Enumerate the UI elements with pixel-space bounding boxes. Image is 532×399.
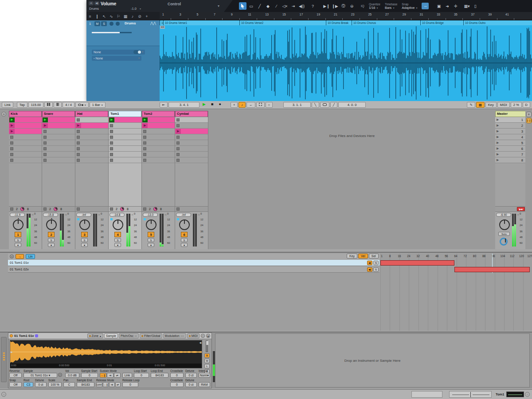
loop-length-field[interactable]: 4. 0. 0	[338, 102, 366, 108]
timebase-dropdown[interactable]: Timebase Bars▾	[385, 3, 397, 10]
follow-button[interactable]: ⇤	[160, 102, 168, 108]
automation-a-icon[interactable]: A	[89, 1, 94, 5]
clip-slot[interactable]	[42, 157, 75, 163]
param-value[interactable]: 84183	[151, 373, 168, 378]
split-icon[interactable]: ⊖	[348, 2, 356, 10]
scene-play-icon[interactable]: ▶	[497, 141, 499, 145]
clip-slot[interactable]: ▶	[9, 117, 42, 123]
cue-volume-knob[interactable]	[500, 238, 508, 246]
track-stop-button[interactable]	[43, 207, 47, 211]
track-title-cymbal[interactable]: Cymbal	[175, 111, 208, 117]
clip-stop-icon[interactable]	[143, 141, 146, 145]
clip-stop-icon[interactable]	[10, 141, 13, 145]
back-to-arrangement-button[interactable]: ▶■	[517, 207, 525, 211]
solo-button[interactable]: S	[181, 238, 188, 242]
save-preset-icon[interactable]: ▣	[206, 334, 210, 338]
clip-stop-icon[interactable]	[143, 147, 146, 150]
track-stop-button[interactable]	[77, 207, 80, 211]
flag-icon[interactable]: ⚐	[115, 14, 122, 19]
volume-readout[interactable]: -Inf	[176, 213, 191, 217]
clip-slot[interactable]: ▶	[109, 117, 141, 123]
param-value[interactable]: Norm▾	[199, 373, 210, 378]
clip-slot[interactable]: ▶	[9, 123, 42, 129]
clip-stop-icon[interactable]	[77, 118, 80, 121]
clip-slot[interactable]	[75, 140, 108, 146]
metronome-button[interactable]: ▾	[75, 102, 89, 108]
arm-button[interactable]: ●	[48, 243, 55, 247]
track-activator-button[interactable]: 4	[114, 232, 121, 237]
clip-stop-icon[interactable]	[143, 153, 146, 156]
crosshair-icon[interactable]: ✛	[452, 2, 459, 10]
loop-button[interactable]	[320, 102, 329, 108]
note-icon[interactable]: ♪	[129, 14, 136, 19]
clip-slot[interactable]	[42, 129, 75, 134]
track-stop-button[interactable]	[176, 207, 180, 211]
clip-slot[interactable]	[9, 157, 42, 163]
vertical-zoom-slider[interactable]	[206, 340, 208, 352]
clip-slot[interactable]	[9, 146, 42, 152]
snap-value[interactable]: Adaptive▾	[402, 6, 417, 10]
solo-button[interactable]: S	[48, 238, 55, 242]
drums-waveform[interactable]	[160, 25, 532, 101]
computer-midi-keyboard-button[interactable]: ▦	[476, 102, 485, 108]
arrangement-clip[interactable]: 10 Drums Verse1	[163, 20, 239, 25]
play-from-icon[interactable]: ❙▶	[331, 2, 339, 10]
tap-button[interactable]: Tap	[17, 102, 27, 108]
scene-play-icon[interactable]: ▶	[497, 135, 499, 139]
show-info-toggle-icon[interactable]: ○	[1, 392, 6, 397]
timeline-ruler[interactable]: 1357911131517192123252729313335373941	[160, 12, 532, 20]
device-drop-zone[interactable]: Drop an Instrument or Sample Here	[215, 333, 530, 387]
arrangement-clip[interactable]: 10 Drums Bridge	[420, 20, 463, 25]
param-value[interactable]: 0	[134, 373, 149, 378]
master-track-title[interactable]: Master	[495, 111, 526, 117]
eraser-tool[interactable]: ◆	[264, 2, 272, 10]
clip-slot[interactable]	[142, 134, 175, 140]
arrangement-clip[interactable]: 10 Drums Chorus	[352, 20, 420, 25]
clip-stop-icon[interactable]	[110, 147, 113, 150]
grid-view-icon[interactable]: ▦▾	[463, 2, 470, 10]
snap-dropdown[interactable]: Snap Adaptive▾	[402, 3, 417, 10]
iq-label[interactable]: IQ	[361, 4, 364, 8]
scene-play-icon[interactable]: ▶	[497, 153, 499, 156]
quantize-value[interactable]: 1/16▾	[369, 6, 380, 10]
param-value[interactable]: 0	[122, 382, 138, 387]
scene-slot-7[interactable]: ▶7	[495, 152, 526, 157]
sampler-tab-midi[interactable]: MIDI	[187, 333, 200, 338]
master-volume-readout[interactable]: -6.90	[496, 213, 511, 217]
scene-play-icon[interactable]: ▶	[497, 129, 499, 133]
clip-stop-icon[interactable]	[77, 153, 80, 156]
listen-tool[interactable]: ◀))	[298, 2, 305, 10]
show-overview-toggle-icon[interactable]: ○	[525, 392, 530, 397]
arrow-right-icon[interactable]: ➜	[443, 2, 451, 10]
mode-button[interactable]: →❙	[103, 382, 109, 387]
master-solo-button[interactable]: Solo	[498, 232, 510, 236]
time-signature-field[interactable]: 4 / 4	[63, 102, 74, 108]
clip-stop-icon[interactable]	[110, 130, 113, 133]
layer-solo-button[interactable]: S	[373, 267, 379, 272]
arrangement-view-toggle-icon[interactable]: ❚❚❚	[526, 118, 532, 123]
tempo-field[interactable]: 115.00	[28, 102, 43, 108]
param-value[interactable]: Off	[9, 382, 22, 387]
arm-button[interactable]: ●	[181, 243, 188, 247]
param-value[interactable]: 0 ct	[185, 382, 197, 387]
monitor-toggle[interactable]	[133, 50, 141, 54]
speaker-icon[interactable]: ◀)	[94, 1, 99, 5]
track-title-snare[interactable]: Snare	[42, 111, 75, 117]
clip-slot[interactable]	[109, 152, 141, 157]
track-stop-button[interactable]	[143, 207, 146, 211]
draw-mode-button[interactable]: ✎	[467, 102, 475, 108]
clip-slot[interactable]	[75, 117, 108, 123]
track-activator-button[interactable]: 3	[81, 232, 88, 237]
cursor-line-icon[interactable]: ❙	[94, 14, 101, 19]
clip-slot[interactable]	[109, 129, 141, 134]
clip-stop-icon[interactable]	[110, 141, 113, 145]
record-arm-icon[interactable]	[110, 22, 113, 26]
grid-icon[interactable]: ▦	[122, 14, 129, 19]
pan-knob[interactable]	[146, 219, 156, 230]
track-activator-button[interactable]: 1	[15, 232, 21, 237]
clip-stop-icon[interactable]	[77, 147, 80, 150]
clip-slot[interactable]	[175, 152, 208, 157]
track-activator-button[interactable]: 5	[148, 232, 154, 237]
scene-play-icon[interactable]: ▶	[497, 118, 499, 121]
clip-stop-icon[interactable]	[43, 147, 47, 150]
